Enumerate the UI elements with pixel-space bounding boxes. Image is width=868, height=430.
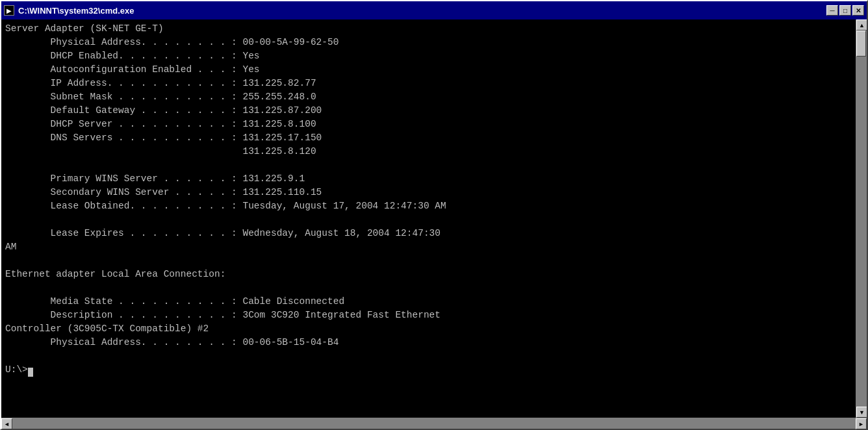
window-title: C:\WINNT\system32\cmd.exe — [18, 6, 134, 16]
vertical-scrollbar[interactable]: ▲ ▼ — [856, 19, 867, 418]
scroll-thumb-vertical[interactable] — [856, 31, 866, 57]
close-button[interactable]: ✕ — [852, 5, 864, 16]
scroll-down-button[interactable]: ▼ — [856, 407, 867, 418]
horizontal-scrollbar[interactable]: ◄ ► — [1, 418, 867, 429]
scroll-track-horizontal[interactable] — [12, 418, 856, 429]
scroll-left-button[interactable]: ◄ — [1, 418, 12, 429]
scroll-up-button[interactable]: ▲ — [856, 19, 867, 31]
cmd-window: ▶ C:\WINNT\system32\cmd.exe ─ □ ✕ Server… — [0, 0, 868, 430]
terminal-output[interactable]: Server Adapter (SK-NET GE-T) Physical Ad… — [1, 19, 856, 418]
window-controls: ─ □ ✕ — [826, 5, 864, 16]
scroll-track-vertical[interactable] — [856, 31, 867, 407]
title-bar-left: ▶ C:\WINNT\system32\cmd.exe — [4, 5, 134, 16]
cursor — [28, 368, 33, 377]
maximize-button[interactable]: □ — [839, 5, 851, 16]
cmd-icon: ▶ — [4, 5, 14, 16]
title-bar: ▶ C:\WINNT\system32\cmd.exe ─ □ ✕ — [1, 1, 867, 19]
scroll-right-button[interactable]: ► — [856, 418, 867, 429]
minimize-button[interactable]: ─ — [826, 5, 838, 16]
content-area: Server Adapter (SK-NET GE-T) Physical Ad… — [1, 19, 867, 418]
